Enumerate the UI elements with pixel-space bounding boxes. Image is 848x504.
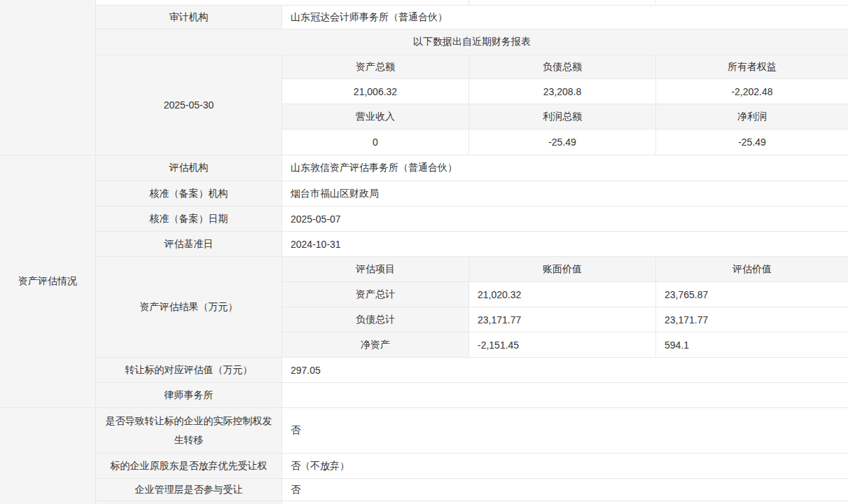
- financial-date-cell: 2025-05-30: [96, 55, 282, 155]
- listing-detail-table: 资产评估情况 审计机构 山东冠达会计师事务所（普通合伙） 以下数据出自近期财务报…: [0, 0, 848, 504]
- partial-bottom-row: [96, 501, 848, 504]
- approval-org-label-cell: 核准（备案）机构: [96, 181, 282, 206]
- management-label-cell: 企业管理层是否参与受让: [96, 479, 282, 501]
- eval-result-header-row: 评估项目 账面价值 评估价值: [282, 257, 848, 282]
- transfer-eval-row: 转让标的对应评估值（万元） 297.05: [96, 358, 848, 383]
- eval-assets-row: 资产总计 21,020.32 23,765.87: [282, 282, 848, 307]
- eval-value-cell: 23,765.87: [656, 282, 848, 307]
- eval-item-cell: 净资产: [282, 332, 469, 358]
- base-date-label-cell: 评估基准日: [96, 232, 282, 257]
- financial-block: 2025-05-30 资产总额 负债总额 所有者权益 21,006.32 23,…: [96, 55, 848, 155]
- management-row: 企业管理层是否参与受让 否: [96, 479, 848, 501]
- financial-table: 资产总额 负债总额 所有者权益 21,006.32 23,208.8 -2,20…: [282, 55, 848, 155]
- base-date-row: 评估基准日 2024-10-31: [96, 232, 848, 257]
- financial-note-cell: 以下数据出自近期财务报表: [96, 29, 848, 55]
- eval-item-cell: 资产总计: [282, 282, 469, 307]
- net-profit-value: -25.49: [656, 130, 848, 155]
- total-liabilities-value: 23,208.8: [469, 79, 656, 104]
- book-value-cell: -2,151.45: [469, 332, 656, 358]
- control-transfer-row: 是否导致转让标的企业的实际控制权发生转移 否: [96, 408, 848, 454]
- eval-item-cell: 负债总计: [282, 307, 469, 332]
- eval-net-assets-row: 净资产 -2,151.45 594.1: [282, 332, 848, 358]
- eval-value-cell: 23,171.77: [656, 307, 848, 332]
- owners-equity-value: -2,202.48: [656, 79, 848, 104]
- eval-org-row: 评估机构 山东敦信资产评估事务所（普通合伙）: [96, 155, 848, 181]
- section-asset-evaluation-label: 资产评估情况: [18, 275, 77, 288]
- audit-value-cell: 山东冠达会计师事务所（普通合伙）: [282, 6, 848, 29]
- eval-result-table: 评估项目 账面价值 评估价值 资产总计 21,020.32 23,765.87 …: [282, 257, 848, 358]
- approval-org-row: 核准（备案）机构 烟台市福山区财政局: [96, 181, 848, 206]
- base-date-value-cell: 2024-10-31: [282, 232, 848, 257]
- partial-top-cell: [469, 0, 656, 6]
- eval-header-cell: 评估价值: [656, 257, 848, 282]
- audit-label-cell: 审计机构: [96, 6, 282, 29]
- transfer-eval-label-cell: 转让标的对应评估值（万元）: [96, 358, 282, 383]
- eval-result-block: 资产评估结果（万元） 评估项目 账面价值 评估价值 资产总计 21,020.32…: [96, 257, 848, 358]
- financial-value-row-2: 0 -25.49 -25.49: [282, 130, 848, 155]
- financial-value-row-1: 21,006.32 23,208.8 -2,202.48: [282, 79, 848, 104]
- eval-org-value-cell: 山东敦信资产评估事务所（普通合伙）: [282, 155, 848, 181]
- partial-top-cell: [656, 0, 848, 6]
- law-firm-value-cell: [282, 383, 848, 408]
- approval-org-value-cell: 烟台市福山区财政局: [282, 181, 848, 206]
- detail-rows: 审计机构 山东冠达会计师事务所（普通合伙） 以下数据出自近期财务报表 2025-…: [96, 0, 848, 504]
- book-value-cell: 23,171.77: [469, 307, 656, 332]
- eval-org-label-cell: 评估机构: [96, 155, 282, 181]
- revenue-value: 0: [282, 130, 469, 155]
- total-assets-value: 21,006.32: [282, 79, 469, 104]
- eval-header-cell: 评估项目: [282, 257, 469, 282]
- partial-top-row: [96, 0, 848, 6]
- financial-header-cell: 资产总额: [282, 55, 469, 79]
- financial-note-row: 以下数据出自近期财务报表: [96, 29, 848, 55]
- partial-bottom-cell: [96, 501, 282, 504]
- waive-right-row: 标的企业原股东是否放弃优先受让权 否（不放弃）: [96, 454, 848, 479]
- waive-right-label-cell: 标的企业原股东是否放弃优先受让权: [96, 454, 282, 479]
- control-transfer-value-cell: 否: [282, 408, 848, 454]
- partial-bottom-cell: [282, 501, 848, 504]
- control-transfer-label-cell: 是否导致转让标的企业的实际控制权发生转移: [96, 408, 282, 454]
- eval-header-cell: 账面价值: [469, 257, 656, 282]
- waive-right-value-cell: 否（不放弃）: [282, 454, 848, 479]
- section-above-spacer: [0, 0, 95, 155]
- total-profit-value: -25.49: [469, 130, 656, 155]
- approval-date-label-cell: 核准（备案）日期: [96, 206, 282, 232]
- approval-date-row: 核准（备案）日期 2025-05-07: [96, 206, 848, 232]
- law-firm-row: 律师事务所: [96, 383, 848, 408]
- financial-header-cell: 所有者权益: [656, 55, 848, 79]
- financial-header-row-2: 营业收入 利润总额 净利润: [282, 104, 848, 130]
- section-below-spacer: [0, 408, 95, 504]
- law-firm-label-cell: 律师事务所: [96, 383, 282, 408]
- management-value-cell: 否: [282, 479, 848, 501]
- financial-header-cell: 净利润: [656, 104, 848, 130]
- financial-header-cell: 营业收入: [282, 104, 469, 130]
- financial-header-cell: 负债总额: [469, 55, 656, 79]
- financial-header-row-1: 资产总额 负债总额 所有者权益: [282, 55, 848, 79]
- section-column: 资产评估情况: [0, 0, 96, 504]
- approval-date-value-cell: 2025-05-07: [282, 206, 848, 232]
- book-value-cell: 21,020.32: [469, 282, 656, 307]
- eval-result-label-cell: 资产评估结果（万元）: [96, 257, 282, 358]
- eval-liabilities-row: 负债总计 23,171.77 23,171.77: [282, 307, 848, 332]
- audit-row: 审计机构 山东冠达会计师事务所（普通合伙）: [96, 6, 848, 29]
- financial-header-cell: 利润总额: [469, 104, 656, 130]
- partial-top-cell: [96, 0, 469, 6]
- section-asset-evaluation: 资产评估情况: [0, 155, 95, 408]
- transfer-eval-value-cell: 297.05: [282, 358, 848, 383]
- eval-value-cell: 594.1: [656, 332, 848, 358]
